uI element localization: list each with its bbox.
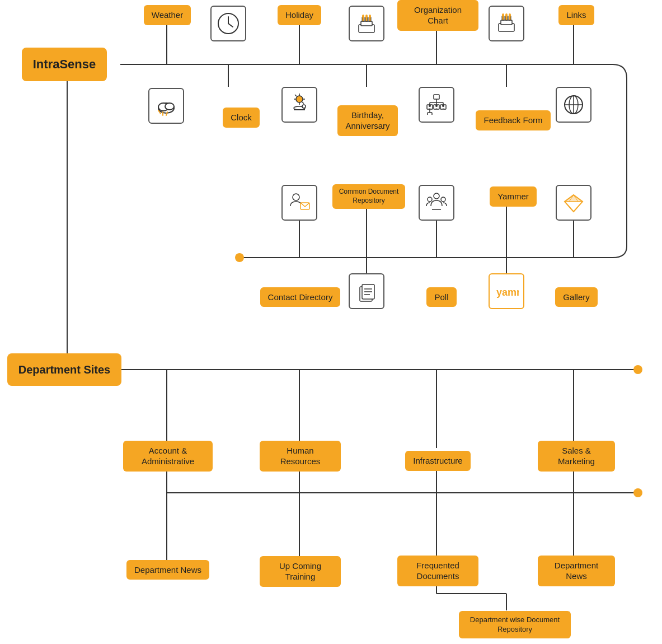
svg-point-89 [293, 194, 299, 200]
weather-label: Weather [144, 5, 191, 25]
infrastructure-node[interactable]: Infrastructure [397, 448, 478, 474]
contact-dir-icon [281, 185, 317, 221]
org-chart-label: Organization Chart [397, 0, 478, 31]
human-resources-node[interactable]: Human Resources [260, 440, 341, 472]
yammer-icon-node: yammer [489, 273, 524, 309]
frequented-docs-label: Frequented Documents [397, 556, 478, 586]
account-admin-node[interactable]: Account & Administrative [123, 440, 213, 472]
intrasense-node[interactable]: IntraSense [6, 42, 123, 87]
sales-marketing-node[interactable]: Sales & Marketing [538, 440, 615, 472]
svg-line-49 [302, 102, 304, 104]
department-sites-node[interactable]: Department Sites [6, 347, 123, 392]
org-chart-icon [419, 87, 454, 123]
account-admin-label: Account & Administrative [123, 441, 213, 472]
diagram-container: IntraSense Weather [0, 0, 662, 644]
birthday-icon [349, 6, 384, 41]
links-node[interactable]: Links [538, 1, 615, 29]
upcoming-training-node[interactable]: Up Coming Training [260, 554, 341, 588]
weather-icon-node [141, 87, 191, 125]
poll-node[interactable]: Poll [403, 282, 480, 312]
gallery-node[interactable]: Gallery [538, 282, 615, 312]
birthday-icon-node [349, 6, 384, 41]
upcoming-training-label: Up Coming Training [260, 556, 341, 587]
holiday-icon [281, 87, 317, 123]
dot-dept [633, 365, 642, 374]
holiday-icon-node [281, 87, 317, 123]
department-sites-label: Department Sites [7, 353, 122, 386]
clock-icon [210, 6, 246, 41]
common-doc-icon [349, 273, 384, 309]
clock-icon-node [210, 6, 246, 41]
holiday-node[interactable]: Holiday [261, 1, 338, 29]
common-doc-repo-label: Common Document Repository [332, 184, 405, 208]
dept-wise-doc-repo-label: Department wise Document Repository [459, 611, 571, 639]
dept-news-2-node[interactable]: Department News [538, 554, 615, 587]
svg-point-58 [362, 15, 364, 18]
svg-rect-54 [361, 21, 372, 26]
yammer-icon: yammer [489, 273, 524, 309]
svg-point-71 [435, 105, 438, 107]
feedback-label: Feedback Form [476, 110, 550, 130]
feedback-node[interactable]: Feedback Form [475, 104, 552, 137]
svg-point-83 [505, 13, 508, 17]
holiday-label: Holiday [278, 5, 321, 25]
svg-rect-61 [434, 95, 439, 99]
weather-node[interactable]: Weather [129, 1, 206, 29]
links-label: Links [558, 5, 594, 25]
birthday-node[interactable]: Birthday, Anniversary [329, 104, 406, 137]
org-chart-node[interactable]: Organization Chart [397, 1, 478, 29]
svg-point-70 [429, 105, 431, 107]
weather-icon [148, 88, 184, 124]
clock-label: Clock [223, 108, 260, 128]
sales-marketing-label: Sales & Marketing [538, 441, 615, 472]
svg-point-51 [302, 105, 306, 108]
contact-dir-icon-node [281, 185, 317, 221]
dept-news-2-label: Department News [538, 556, 615, 586]
svg-rect-78 [501, 20, 512, 25]
links-icon [556, 87, 591, 123]
yammer-node[interactable]: Yammer [475, 183, 552, 211]
gallery-label: Gallery [555, 287, 598, 307]
infrastructure-label: Infrastructure [405, 451, 470, 471]
mid-org-icon [419, 185, 454, 221]
common-doc-repo-node[interactable]: Common Document Repository [332, 183, 405, 211]
yammer-label: Yammer [490, 186, 537, 207]
svg-point-72 [442, 105, 444, 107]
svg-point-82 [502, 13, 504, 17]
svg-point-43 [296, 96, 303, 102]
svg-point-60 [369, 15, 371, 18]
dot-dept2 [633, 488, 642, 497]
svg-line-48 [295, 95, 297, 96]
dept-news-1-node[interactable]: Department News [123, 554, 213, 585]
mid-org-icon-node [419, 185, 454, 221]
intrasense-label: IntraSense [22, 48, 107, 82]
frequented-docs-node[interactable]: Frequented Documents [397, 554, 478, 587]
dept-news-1-label: Department News [126, 560, 209, 580]
gallery-icon [556, 185, 591, 221]
common-doc-icon-node [349, 273, 384, 309]
svg-point-59 [365, 15, 368, 18]
clock-node[interactable]: Clock [203, 104, 280, 132]
contact-directory-label: Contact Directory [260, 287, 341, 307]
org-chart-icon-node [419, 87, 454, 123]
svg-line-42 [228, 24, 233, 27]
svg-text:yammer: yammer [496, 287, 519, 298]
links-icon-node [556, 87, 591, 123]
svg-point-99 [441, 197, 445, 202]
dept-wise-doc-repo-node[interactable]: Department wise Document Repository [459, 609, 571, 640]
feedback-icon-top-node [489, 6, 524, 41]
poll-label: Poll [426, 287, 456, 307]
svg-point-84 [509, 13, 511, 17]
svg-point-96 [434, 193, 439, 199]
feedback-top-icon [489, 6, 524, 41]
dot-mid [235, 253, 244, 262]
birthday-label: Birthday, Anniversary [337, 105, 397, 136]
svg-point-36 [165, 103, 174, 110]
svg-point-98 [428, 197, 432, 202]
contact-directory-node[interactable]: Contact Directory [260, 282, 341, 312]
human-resources-label: Human Resources [260, 441, 341, 472]
svg-marker-102 [565, 195, 583, 202]
gallery-icon-node [556, 185, 591, 221]
